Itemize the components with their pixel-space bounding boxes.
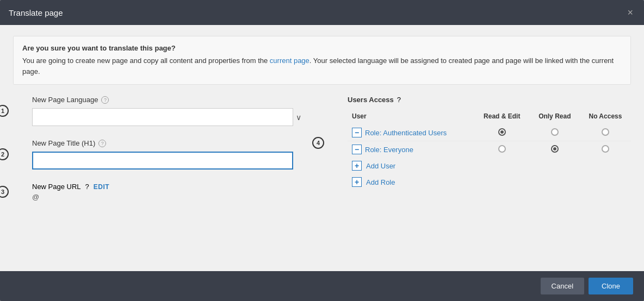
radio-no-access-everyone[interactable] (580, 141, 631, 158)
add-role-row: + Add Role (348, 174, 631, 190)
col-read-edit: Read & Edit (474, 110, 530, 124)
radio-read-edit-icon-authenticated[interactable] (498, 128, 506, 136)
info-question: Are you sure you want to translate this … (22, 44, 622, 52)
info-description: You are going to create new page and cop… (22, 55, 622, 77)
table-row: −Role: Everyone (348, 141, 631, 158)
step4-help-icon[interactable]: ? (397, 96, 401, 104)
step1-help-icon[interactable]: ? (101, 96, 109, 104)
users-access-header: Users Access ? (348, 96, 631, 104)
remove-role-button-everyone[interactable]: − (352, 145, 362, 154)
translate-page-dialog: Translate page × Are you sure you want t… (0, 0, 644, 301)
desc-link[interactable]: current page (270, 57, 309, 65)
col-no-access: No Access (580, 110, 631, 124)
radio-read-edit-authenticated[interactable] (474, 124, 530, 141)
step2-help-icon[interactable]: ? (98, 140, 106, 147)
radio-no-access-authenticated[interactable] (580, 124, 631, 141)
step3-label-row: New Page URL ? EDIT (32, 183, 307, 191)
cancel-button[interactable]: Cancel (541, 278, 584, 294)
desc-part1: You are going to create new page and cop… (22, 57, 270, 65)
dialog-body: Are you sure you want to translate this … (0, 25, 644, 271)
step4-circle: 4 (312, 137, 324, 149)
step2-wrapper: 2 New Page Title (H1) ? (13, 139, 307, 170)
user-cell-authenticated: −Role: Authenticated Users (348, 124, 474, 141)
radio-read-edit-everyone[interactable] (474, 141, 530, 158)
step4-wrapper: 4 Users Access ? User Read & Edit Only R… (329, 96, 631, 190)
dialog-title: Translate page (9, 8, 63, 17)
step3-label: New Page URL (32, 183, 81, 191)
add-user-row: + Add User (348, 158, 631, 174)
step1-label: New Page Language ? (32, 96, 307, 104)
step1-wrapper: 1 New Page Language ? ∨ (13, 96, 307, 126)
radio-read-edit-icon-everyone[interactable] (498, 145, 506, 153)
col-only-read: Only Read (530, 110, 580, 124)
add-role-link[interactable]: Add Role (366, 178, 395, 186)
radio-no-access-icon-everyone[interactable] (602, 145, 609, 153)
step2-circle: 2 (0, 148, 9, 160)
add-user-button[interactable]: + (352, 161, 362, 171)
table-row: −Role: Authenticated Users (348, 124, 631, 141)
step2-label: New Page Title (H1) ? (32, 139, 307, 147)
user-cell-everyone: −Role: Everyone (348, 141, 474, 158)
role-name-authenticated: Role: Authenticated Users (365, 129, 447, 137)
info-box: Are you sure you want to translate this … (13, 36, 631, 85)
add-user-link[interactable]: Add User (366, 162, 395, 170)
radio-only-read-icon-authenticated[interactable] (551, 128, 559, 136)
step1-circle: 1 (0, 105, 9, 117)
url-edit-link[interactable]: EDIT (94, 183, 109, 191)
remove-role-button-authenticated[interactable]: − (352, 128, 362, 137)
url-value: @ (32, 193, 39, 201)
dialog-header: Translate page × (0, 0, 644, 25)
radio-only-read-icon-everyone[interactable] (551, 145, 559, 153)
page-title-input[interactable] (32, 152, 293, 170)
left-section: 1 New Page Language ? ∨ 2 (13, 96, 329, 201)
language-select-wrapper: ∨ (32, 108, 307, 126)
radio-only-read-authenticated[interactable] (530, 124, 580, 141)
access-table: User Read & Edit Only Read No Access −Ro… (348, 110, 631, 158)
language-select[interactable] (32, 108, 293, 126)
right-section: 4 Users Access ? User Read & Edit Only R… (329, 96, 631, 201)
main-content: 1 New Page Language ? ∨ 2 (13, 96, 631, 201)
col-user: User (348, 110, 474, 124)
radio-only-read-everyone[interactable] (530, 141, 580, 158)
table-header-row: User Read & Edit Only Read No Access (348, 110, 631, 124)
clone-button[interactable]: Clone (589, 278, 633, 294)
radio-no-access-icon-authenticated[interactable] (602, 128, 609, 136)
step3-wrapper: 3 New Page URL ? EDIT @ (13, 183, 307, 201)
add-role-button[interactable]: + (352, 177, 362, 187)
url-value-row: @ (32, 193, 307, 201)
close-button[interactable]: × (625, 7, 635, 18)
dialog-footer: Cancel Clone (0, 271, 644, 301)
users-access-title: Users Access (348, 96, 394, 104)
role-name-everyone: Role: Everyone (365, 146, 413, 154)
step3-help-icon[interactable]: ? (85, 183, 89, 191)
dropdown-arrow-icon: ∨ (296, 113, 301, 122)
step3-circle: 3 (0, 186, 9, 198)
